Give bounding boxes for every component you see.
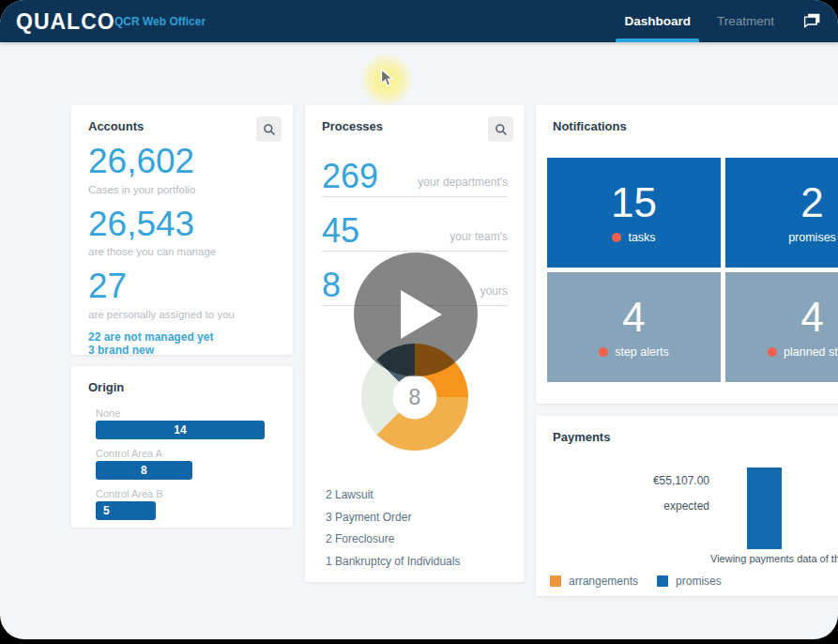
legend-item-arrangements: arrangements	[550, 575, 638, 588]
search-icon	[495, 123, 508, 136]
mouse-cursor	[360, 54, 413, 106]
process-row: 269 your department's	[322, 143, 508, 197]
notifications-card: Notifications 15 tasks 2 promises 4 ste	[536, 105, 838, 404]
origin-row: Control Area A 8	[96, 448, 283, 480]
tab-dashboard[interactable]: Dashboard	[624, 0, 691, 42]
origin-bar-fill: 8	[96, 461, 192, 480]
process-team-label: your team's	[449, 230, 508, 243]
accounts-stats: 26,602 Cases in your portfolio 26,543 ar…	[88, 143, 276, 358]
list-item: 2 Foreclosure	[326, 529, 460, 551]
tab-treatment[interactable]: Treatment	[717, 0, 774, 42]
planned-steps-count: 4	[800, 297, 823, 338]
expected-label: expected	[536, 499, 709, 513]
tile-planned-steps[interactable]: 4 planned steps	[725, 272, 838, 382]
alert-dot	[768, 347, 777, 357]
list-item: 3 Payment Order	[326, 507, 460, 529]
dashboard-app: QUALCO QCR Web Officer Dashboard Treatme…	[0, 0, 838, 639]
tasks-count: 15	[611, 182, 657, 223]
tile-step-alerts[interactable]: 4 step alerts	[547, 272, 721, 382]
origin-bar-chart: None 14 Control Area A 8 Control Area B …	[96, 407, 283, 529]
tile-tasks[interactable]: 15 tasks	[547, 158, 721, 268]
accounts-title: Accounts	[88, 119, 144, 133]
payments-card: Payments €55,107.00 expected Viewing pay…	[536, 416, 838, 596]
stat-assigned-value: 27	[88, 268, 276, 306]
processes-title: Processes	[322, 119, 383, 133]
list-item: 2 Lawsuit	[326, 484, 460, 507]
search-icon	[263, 123, 276, 136]
origin-row: None 14	[96, 407, 283, 439]
chat-icon[interactable]	[800, 10, 823, 33]
top-navbar: QUALCO QCR Web Officer Dashboard Treatme…	[0, 0, 838, 42]
stat-manage-label: are those you can manage	[88, 246, 276, 257]
stat-portfolio-value: 26,602	[88, 143, 276, 181]
accounts-card: Accounts 26,602 Cases in your portfolio …	[71, 105, 293, 355]
stat-assigned-label: are personally assigned to you	[88, 309, 276, 320]
accounts-links: 22 are not managed yet 3 brand new	[88, 330, 276, 358]
origin-bar-fill: 5	[96, 501, 156, 520]
list-item: 1 Bankruptcy of Individuals	[326, 551, 460, 574]
qualco-logo: QUALCO	[16, 9, 115, 35]
process-team-value: 45	[322, 214, 359, 248]
tab-dashboard-label: Dashboard	[624, 14, 691, 28]
origin-bar-fill: 14	[96, 421, 265, 439]
planned-steps-label: planned steps	[784, 345, 838, 359]
payments-legend: arrangements promises	[550, 575, 722, 588]
processes-breakdown-list: 2 Lawsuit 3 Payment Order 2 Foreclosure …	[326, 484, 460, 573]
legend-item-promises: promises	[657, 575, 722, 588]
payments-caption: Viewing payments data of the	[710, 553, 838, 564]
active-tab-underline	[616, 38, 699, 42]
stat-portfolio-label: Cases in your portfolio	[88, 184, 276, 195]
origin-category-label: Control Area B	[96, 488, 283, 499]
tab-treatment-label: Treatment	[717, 14, 774, 28]
notifications-title: Notifications	[553, 119, 627, 133]
alert-dot	[612, 233, 621, 242]
process-yours-label: yours	[480, 284, 508, 298]
not-managed-link[interactable]: 22 are not managed yet	[88, 330, 276, 344]
process-department-value: 269	[322, 160, 378, 193]
origin-title: Origin	[88, 380, 124, 394]
brand-new-link[interactable]: 3 brand new	[88, 344, 276, 357]
payments-annotation: €55,107.00 expected	[536, 474, 709, 513]
promises-count: 2	[800, 182, 823, 223]
step-alerts-count: 4	[622, 297, 645, 338]
origin-category-label: None	[96, 407, 283, 419]
processes-search-button[interactable]	[488, 116, 513, 142]
origin-card: Origin None 14 Control Area A 8 Control …	[71, 366, 293, 528]
process-row: 45 your team's	[322, 197, 508, 252]
donut-center-value: 8	[393, 376, 437, 420]
cursor-arrow-icon	[380, 69, 394, 88]
promises-label: promises	[788, 231, 836, 244]
tile-promises[interactable]: 2 promises	[725, 158, 838, 268]
payments-title: Payments	[553, 430, 610, 444]
play-icon	[401, 290, 442, 339]
nav-tabs: Dashboard Treatment	[624, 0, 823, 42]
step-alerts-label: step alerts	[615, 345, 669, 359]
stat-manage-value: 26,543	[88, 206, 276, 244]
legend-swatch	[550, 575, 561, 587]
promises-bar	[747, 468, 782, 549]
legend-swatch	[657, 575, 668, 587]
origin-category-label: Control Area A	[96, 448, 283, 459]
play-button[interactable]	[354, 253, 478, 376]
legend-label: promises	[676, 575, 722, 588]
notification-tiles: 15 tasks 2 promises 4 step alerts	[547, 158, 838, 382]
tasks-label: tasks	[628, 231, 655, 244]
cursor-highlight-glow	[360, 54, 413, 106]
process-yours-value: 8	[322, 268, 341, 302]
expected-amount: €55,107.00	[536, 474, 709, 487]
legend-label: arrangements	[569, 575, 638, 588]
alert-dot	[599, 347, 608, 357]
app-name: QCR Web Officer	[114, 15, 206, 28]
origin-row: Control Area B 5	[96, 488, 283, 520]
accounts-search-button[interactable]	[256, 116, 282, 142]
process-department-label: your department's	[418, 176, 508, 189]
